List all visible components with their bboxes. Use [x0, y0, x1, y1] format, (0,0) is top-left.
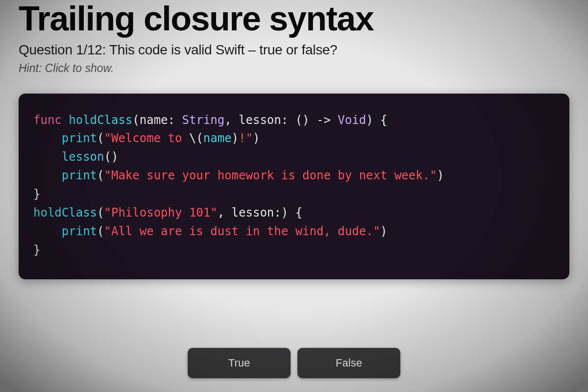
page-title: Trailing closure syntax	[19, 1, 569, 37]
question-prefix: Question 1/12:	[19, 42, 109, 57]
quiz-page: Trailing closure syntax Question 1/12: T…	[0, 0, 588, 392]
code-block: func holdClass(name: String, lesson: () …	[19, 94, 569, 279]
question-text: Question 1/12: This code is valid Swift …	[19, 42, 569, 58]
answer-buttons: True False	[0, 348, 588, 378]
false-button[interactable]: False	[297, 348, 400, 378]
question-body: This code is valid Swift – true or false…	[109, 42, 337, 57]
true-button[interactable]: True	[188, 348, 291, 378]
hint-toggle[interactable]: Hint: Click to show.	[19, 62, 114, 75]
